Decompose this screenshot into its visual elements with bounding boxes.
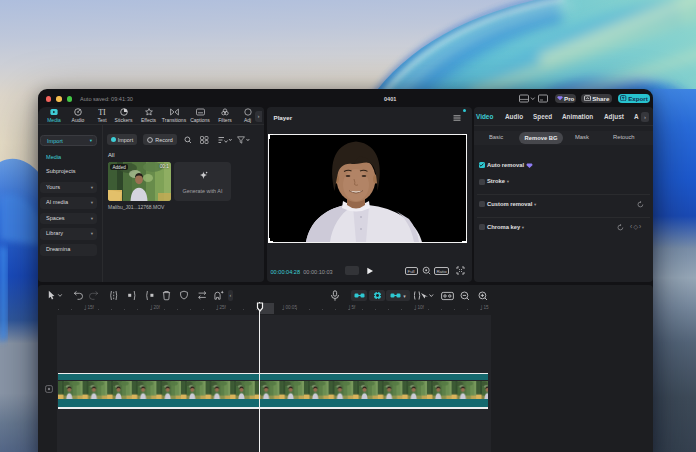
svg-text:TI: TI xyxy=(98,108,106,116)
